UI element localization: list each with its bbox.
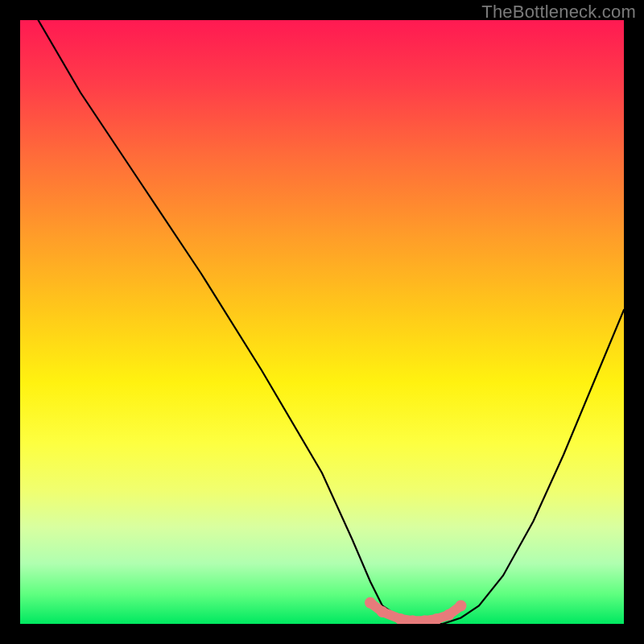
highlight-marker <box>365 597 376 609</box>
highlight-marker <box>456 601 467 612</box>
chart-container: TheBottleneck.com <box>0 0 644 644</box>
bottleneck-curve <box>39 20 625 624</box>
plot-area <box>20 20 624 624</box>
highlight-marker <box>377 606 388 617</box>
chart-svg <box>20 20 624 624</box>
highlight-marker <box>444 609 455 621</box>
